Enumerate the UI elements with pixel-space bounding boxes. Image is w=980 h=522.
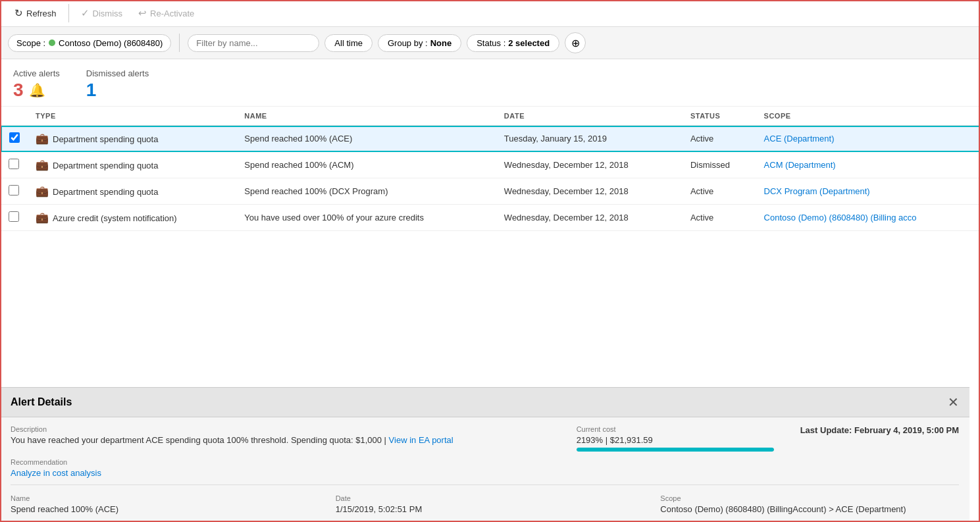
toolbar-separator (68, 4, 69, 22)
row-checkbox[interactable] (9, 132, 20, 143)
bell-icon: 🔔 (29, 82, 45, 98)
dismiss-button[interactable]: ✓ Dismiss (74, 4, 130, 22)
active-alerts-block: Active alerts 3 🔔 (13, 68, 60, 99)
dismissed-alerts-block: Dismissed alerts 1 (86, 68, 149, 99)
col-checkbox (1, 107, 28, 126)
row-checkbox-cell (1, 152, 28, 178)
status-filter[interactable]: Status : 2 selected (467, 34, 559, 52)
row-date: Wednesday, December 12, 2018 (496, 205, 683, 231)
type-icon: 💼 (36, 133, 49, 144)
row-checkbox[interactable] (9, 185, 19, 196)
dismissed-alerts-label: Dismissed alerts (86, 68, 149, 78)
table-row[interactable]: 💼Department spending quotaSpend reached … (1, 126, 980, 152)
active-alerts-count: 3 (13, 81, 24, 99)
filter-bar: Scope : Contoso (Demo) (8608480) All tim… (0, 27, 980, 59)
add-filter-button[interactable]: ⊕ (565, 32, 586, 53)
table-header-row: TYPE NAME DATE STATUS SCOPE (1, 107, 980, 126)
row-date: Wednesday, December 12, 2018 (496, 178, 683, 205)
row-name: Spend reached 100% (ACM) (236, 152, 496, 178)
scope-link[interactable]: ACM (Department) (764, 160, 836, 170)
row-status: Active (683, 126, 756, 152)
row-status: Dismissed (683, 152, 756, 178)
row-type: 💼Department spending quota (28, 126, 236, 152)
add-filter-icon: ⊕ (571, 37, 580, 49)
groupby-filter[interactable]: Group by : None (378, 34, 461, 52)
row-checkbox-cell (1, 126, 28, 152)
col-status: STATUS (683, 107, 756, 126)
row-scope[interactable]: ACE (Department) (756, 126, 980, 152)
check-icon: ✓ (81, 7, 90, 19)
table-row[interactable]: 💼Azure credit (system notification)You h… (1, 205, 980, 231)
row-date: Wednesday, December 12, 2018 (496, 152, 683, 178)
row-type: 💼Department spending quota (28, 152, 236, 178)
type-icon: 💼 (36, 212, 49, 223)
col-date: DATE (496, 107, 683, 126)
row-checkbox-cell (1, 178, 28, 205)
alltime-filter[interactable]: All time (324, 34, 373, 52)
row-checkbox[interactable] (9, 211, 19, 222)
table-row[interactable]: 💼Department spending quotaSpend reached … (1, 178, 980, 205)
row-scope[interactable]: Contoso (Demo) (8608480) (Billing acco (756, 205, 980, 231)
alerts-table: TYPE NAME DATE STATUS SCOPE 💼Department … (0, 107, 980, 231)
alerts-table-container: TYPE NAME DATE STATUS SCOPE 💼Department … (0, 107, 980, 231)
summary-section: Active alerts 3 🔔 Dismissed alerts 1 (0, 59, 980, 107)
name-filter-input[interactable] (188, 34, 319, 52)
row-status: Active (683, 205, 756, 231)
table-row[interactable]: 💼Department spending quotaSpend reached … (1, 152, 980, 178)
toolbar: ↻ Refresh ✓ Dismiss ↩ Re-Activate (0, 0, 980, 27)
scope-link[interactable]: Contoso (Demo) (8608480) (Billing acco (764, 213, 917, 222)
row-name: Spend reached 100% (DCX Program) (236, 178, 496, 205)
refresh-button[interactable]: ↻ Refresh (8, 4, 63, 22)
scope-label: Scope : (16, 38, 45, 48)
row-checkbox[interactable] (9, 159, 19, 169)
scope-value: Contoso (Demo) (8608480) (59, 38, 163, 48)
row-scope[interactable]: DCX Program (Department) (756, 178, 980, 205)
filter-separator (179, 34, 180, 52)
row-type: 💼Department spending quota (28, 178, 236, 205)
row-scope[interactable]: ACM (Department) (756, 152, 980, 178)
row-date: Tuesday, January 15, 2019 (496, 126, 683, 152)
row-checkbox-cell (1, 205, 28, 231)
reactivate-button[interactable]: ↩ Re-Activate (132, 4, 201, 22)
row-name: Spend reached 100% (ACE) (236, 126, 496, 152)
row-name: You have used over 100% of your azure cr… (236, 205, 496, 231)
scope-link[interactable]: DCX Program (Department) (764, 186, 870, 196)
reactivate-icon: ↩ (138, 7, 147, 19)
row-type: 💼Azure credit (system notification) (28, 205, 236, 231)
scope-link[interactable]: ACE (Department) (764, 134, 835, 144)
type-icon: 💼 (36, 159, 49, 170)
dismissed-alerts-count: 1 (86, 81, 97, 99)
col-type: TYPE (28, 107, 236, 126)
scope-button[interactable]: Scope : Contoso (Demo) (8608480) (8, 34, 171, 52)
active-alerts-label: Active alerts (13, 68, 60, 78)
type-icon: 💼 (36, 186, 49, 197)
scope-indicator (49, 39, 55, 46)
col-name: NAME (236, 107, 496, 126)
row-status: Active (683, 178, 756, 205)
col-scope: SCOPE (756, 107, 980, 126)
refresh-icon: ↻ (14, 7, 23, 19)
